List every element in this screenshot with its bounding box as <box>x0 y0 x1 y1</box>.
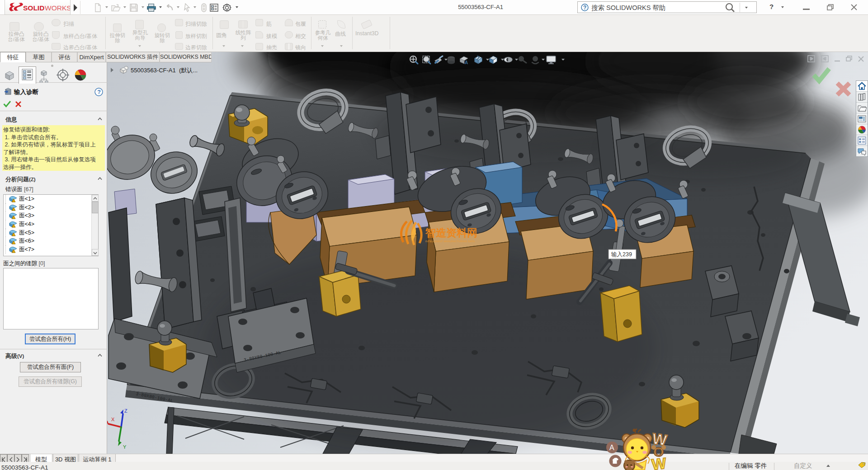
svg-text:?: ? <box>583 5 586 11</box>
svg-text:A: A <box>609 444 614 451</box>
svg-text:!: ! <box>13 207 14 211</box>
svg-text:!: ! <box>13 216 14 219</box>
svg-text:INTELLIGENT MANUFACTURING DATA: INTELLIGENT MANUFACTURING DATA <box>425 240 475 243</box>
svg-text:!: ! <box>13 233 14 236</box>
svg-text:!: ! <box>13 199 14 202</box>
svg-text:!: ! <box>13 250 14 253</box>
svg-text:A: A <box>465 60 468 65</box>
svg-text:!: ! <box>13 225 14 228</box>
svg-text:智造资料网: 智造资料网 <box>425 227 477 239</box>
svg-text:SOLID: SOLID <box>23 4 44 12</box>
svg-text:?: ? <box>97 89 101 95</box>
svg-text:Y: Y <box>123 444 127 450</box>
svg-text:X: X <box>111 417 115 422</box>
svg-text:WORKS: WORKS <box>45 4 70 12</box>
svg-text:Z: Z <box>124 408 127 414</box>
svg-text:输入239: 输入239 <box>611 251 632 258</box>
svg-text:!: ! <box>13 241 14 244</box>
svg-text:W: W <box>651 454 667 470</box>
